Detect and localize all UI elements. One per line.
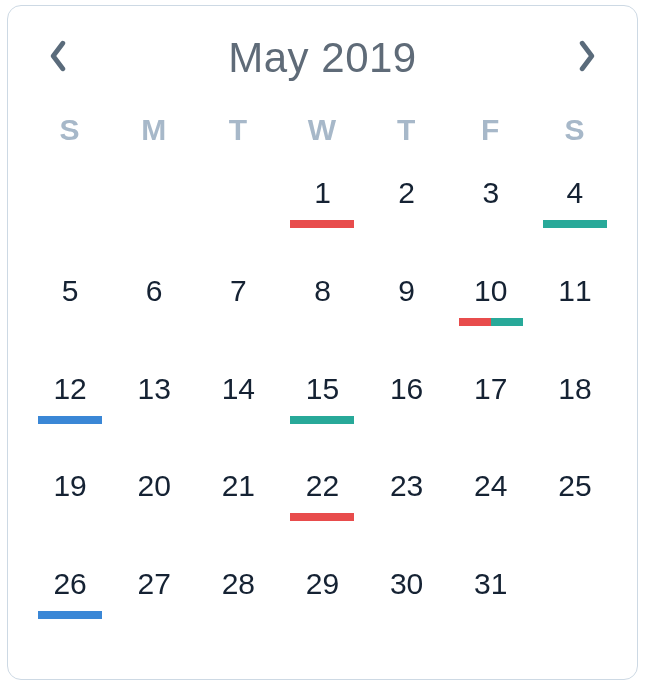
chevron-right-icon	[577, 40, 597, 76]
event-marks	[375, 513, 439, 521]
event-marks	[459, 318, 523, 326]
day-of-week-label: T	[397, 113, 416, 147]
calendar-day-cell[interactable]: 7	[196, 262, 280, 356]
calendar-day-cell[interactable]: 5	[28, 262, 112, 356]
day-number: 15	[306, 374, 339, 404]
event-mark	[38, 611, 102, 619]
calendar-day-cell[interactable]: 27	[112, 555, 196, 649]
day-number: 8	[314, 276, 331, 306]
event-marks	[290, 513, 354, 521]
calendar-day-cell[interactable]: 8	[280, 262, 364, 356]
event-mark	[491, 318, 523, 326]
event-marks	[459, 416, 523, 424]
calendar-day-cell[interactable]: 18	[533, 360, 617, 454]
event-marks	[459, 513, 523, 521]
event-marks	[122, 611, 186, 619]
event-marks	[38, 513, 102, 521]
event-marks	[38, 416, 102, 424]
event-mark	[290, 513, 354, 521]
day-number: 24	[474, 471, 507, 501]
event-marks	[543, 220, 607, 228]
day-number: 27	[138, 569, 171, 599]
day-number: 10	[474, 276, 507, 306]
calendar-day-cell[interactable]: 3	[449, 164, 533, 258]
event-marks	[375, 220, 439, 228]
calendar-header: May 2019	[28, 24, 617, 100]
calendar-day-cell[interactable]: 16	[365, 360, 449, 454]
day-number: 12	[53, 374, 86, 404]
calendar-day-cell[interactable]: 29	[280, 555, 364, 649]
calendar: May 2019 SMTWTFS123456789101112131415161…	[7, 5, 638, 680]
prev-month-button[interactable]	[36, 36, 80, 80]
day-number: 14	[222, 374, 255, 404]
day-number: 22	[306, 471, 339, 501]
event-marks	[375, 611, 439, 619]
event-marks	[375, 318, 439, 326]
calendar-day-cell[interactable]: 25	[533, 457, 617, 551]
event-marks	[543, 318, 607, 326]
day-number: 4	[567, 178, 584, 208]
calendar-empty-cell	[28, 164, 112, 258]
calendar-day-cell[interactable]: 1	[280, 164, 364, 258]
event-marks	[543, 416, 607, 424]
calendar-day-cell[interactable]: 19	[28, 457, 112, 551]
day-number: 16	[390, 374, 423, 404]
day-number: 11	[558, 276, 591, 306]
day-number: 5	[62, 276, 79, 306]
day-number: 31	[474, 569, 507, 599]
event-mark	[38, 416, 102, 424]
day-number: 9	[398, 276, 415, 306]
event-marks	[122, 513, 186, 521]
day-number: 17	[474, 374, 507, 404]
day-number: 13	[138, 374, 171, 404]
calendar-day-cell[interactable]: 31	[449, 555, 533, 649]
calendar-day-cell[interactable]: 6	[112, 262, 196, 356]
calendar-day-cell[interactable]: 14	[196, 360, 280, 454]
calendar-day-cell[interactable]: 12	[28, 360, 112, 454]
day-number: 2	[398, 178, 415, 208]
calendar-day-cell[interactable]: 10	[449, 262, 533, 356]
calendar-day-cell[interactable]: 20	[112, 457, 196, 551]
day-number: 29	[306, 569, 339, 599]
next-month-button[interactable]	[565, 36, 609, 80]
calendar-day-cell[interactable]: 13	[112, 360, 196, 454]
calendar-day-cell[interactable]: 4	[533, 164, 617, 258]
calendar-day-cell[interactable]: 26	[28, 555, 112, 649]
calendar-day-cell[interactable]: 9	[365, 262, 449, 356]
calendar-day-cell[interactable]: 30	[365, 555, 449, 649]
calendar-day-cell[interactable]: 17	[449, 360, 533, 454]
calendar-day-cell[interactable]: 2	[365, 164, 449, 258]
event-marks	[375, 416, 439, 424]
day-number: 18	[558, 374, 591, 404]
day-of-week-label: S	[564, 113, 585, 147]
calendar-day-cell[interactable]: 28	[196, 555, 280, 649]
day-of-week-label: S	[60, 113, 81, 147]
day-of-week-label: F	[481, 113, 500, 147]
event-marks	[459, 611, 523, 619]
calendar-day-cell[interactable]: 15	[280, 360, 364, 454]
event-marks	[38, 318, 102, 326]
event-marks	[122, 416, 186, 424]
event-mark	[459, 318, 491, 326]
event-marks	[290, 416, 354, 424]
calendar-day-cell[interactable]: 22	[280, 457, 364, 551]
event-marks	[290, 318, 354, 326]
calendar-day-cell[interactable]: 11	[533, 262, 617, 356]
calendar-day-cell[interactable]: 24	[449, 457, 533, 551]
calendar-day-cell[interactable]: 21	[196, 457, 280, 551]
event-marks	[543, 513, 607, 521]
chevron-left-icon	[48, 40, 68, 76]
calendar-day-cell[interactable]: 23	[365, 457, 449, 551]
day-number: 21	[222, 471, 255, 501]
calendar-empty-cell	[196, 164, 280, 258]
day-number: 7	[230, 276, 247, 306]
event-marks	[290, 220, 354, 228]
event-marks	[459, 220, 523, 228]
event-marks	[206, 416, 270, 424]
calendar-empty-cell	[533, 555, 617, 649]
day-number: 6	[146, 276, 163, 306]
day-number: 1	[314, 178, 331, 208]
day-number: 26	[53, 569, 86, 599]
day-of-week-label: M	[141, 113, 167, 147]
calendar-grid: SMTWTFS123456789101112131415161718192021…	[28, 100, 617, 649]
